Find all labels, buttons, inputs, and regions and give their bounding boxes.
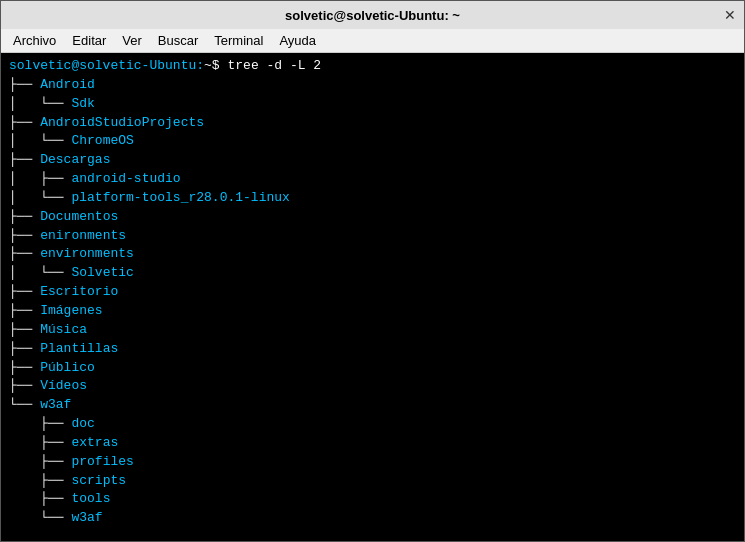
menu-ver[interactable]: Ver bbox=[114, 31, 150, 50]
menu-archivo[interactable]: Archivo bbox=[5, 31, 64, 50]
menu-buscar[interactable]: Buscar bbox=[150, 31, 206, 50]
terminal-window: solvetic@solvetic-Ubuntu: ~ ✕ Archivo Ed… bbox=[0, 0, 745, 542]
tree-row-15: ├── Público bbox=[9, 359, 736, 378]
menu-ayuda[interactable]: Ayuda bbox=[271, 31, 324, 50]
tree-row-6: │ └── platform-tools_r28.0.1-linux bbox=[9, 189, 736, 208]
tree-row-18: ├── doc bbox=[9, 415, 736, 434]
menu-editar[interactable]: Editar bbox=[64, 31, 114, 50]
window-title: solvetic@solvetic-Ubuntu: ~ bbox=[285, 8, 460, 23]
prompt-sym-1: $ bbox=[212, 58, 220, 73]
close-button[interactable]: ✕ bbox=[724, 7, 736, 23]
menu-bar: Archivo Editar Ver Buscar Terminal Ayuda bbox=[1, 29, 744, 53]
tree-row-11: ├── Escritorio bbox=[9, 283, 736, 302]
tree-row-23: └── w3af bbox=[9, 509, 736, 528]
prompt-dir-1: ~ bbox=[204, 58, 212, 73]
tree-row-1: │ └── Sdk bbox=[9, 95, 736, 114]
tree-row-5: │ ├── android-studio bbox=[9, 170, 736, 189]
summary-line bbox=[9, 528, 736, 541]
tree-row-22: ├── tools bbox=[9, 490, 736, 509]
tree-row-2: ├── AndroidStudioProjects bbox=[9, 114, 736, 133]
tree-row-8: ├── enironments bbox=[9, 227, 736, 246]
prompt-user-1: solvetic@solvetic-Ubuntu: bbox=[9, 58, 204, 73]
menu-terminal[interactable]: Terminal bbox=[206, 31, 271, 50]
tree-row-13: ├── Música bbox=[9, 321, 736, 340]
tree-row-9: ├── environments bbox=[9, 245, 736, 264]
tree-row-12: ├── Imágenes bbox=[9, 302, 736, 321]
tree-row-7: ├── Documentos bbox=[9, 208, 736, 227]
tree-row-19: ├── extras bbox=[9, 434, 736, 453]
tree-row-20: ├── profiles bbox=[9, 453, 736, 472]
tree-row-3: │ └── ChromeOS bbox=[9, 132, 736, 151]
tree-row-17: └── w3af bbox=[9, 396, 736, 415]
tree-row-0: ├── Android bbox=[9, 76, 736, 95]
prompt-line-1: solvetic@solvetic-Ubuntu:~$ tree -d -L 2 bbox=[9, 57, 736, 76]
title-bar: solvetic@solvetic-Ubuntu: ~ ✕ bbox=[1, 1, 744, 29]
terminal-body[interactable]: solvetic@solvetic-Ubuntu:~$ tree -d -L 2… bbox=[1, 53, 744, 541]
tree-row-4: ├── Descargas bbox=[9, 151, 736, 170]
tree-row-10: │ └── Solvetic bbox=[9, 264, 736, 283]
command-text: tree -d -L 2 bbox=[220, 58, 321, 73]
tree-row-16: ├── Vídeos bbox=[9, 377, 736, 396]
tree-row-14: ├── Plantillas bbox=[9, 340, 736, 359]
tree-row-21: ├── scripts bbox=[9, 472, 736, 491]
